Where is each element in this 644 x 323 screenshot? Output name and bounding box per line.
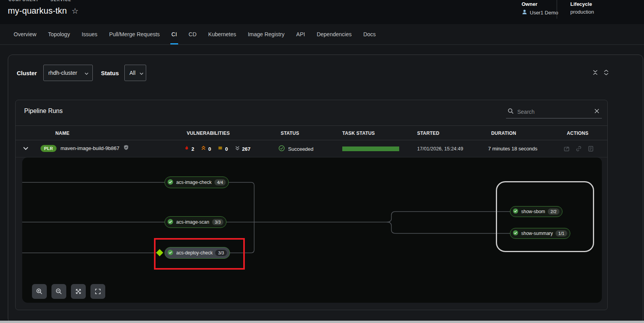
lifecycle-value: production: [570, 9, 594, 15]
breadcrumb: COMPONENT SERVICE: [9, 0, 71, 2]
task-node-show-summary[interactable]: show-summary 1/1: [510, 228, 570, 239]
clear-search-icon[interactable]: [593, 108, 600, 116]
lifecycle-label: Lifecycle: [570, 1, 594, 7]
low-severity-icon: [235, 145, 240, 152]
duration-cell: 7 minutes 18 seconds: [488, 146, 537, 152]
task-node-acs-image-scan[interactable]: acs-image-scan 3/3: [165, 216, 226, 228]
chevron-down-icon: [140, 70, 143, 76]
zoom-out-icon[interactable]: [51, 284, 66, 299]
status-filter-label: Status: [101, 70, 119, 76]
view-logs-icon[interactable]: [587, 145, 594, 153]
graph-toolbar: [32, 284, 105, 299]
important-severity: 0: [201, 145, 211, 152]
status-select-value: All: [129, 70, 136, 76]
run-name-cell: PLR maven-image-build-9b867: [41, 145, 129, 152]
tab-image-registry[interactable]: Image Registry: [242, 24, 290, 44]
pipeline-run-link[interactable]: maven-image-build-9b867: [60, 145, 119, 151]
critical-severity-icon: [184, 145, 189, 152]
col-task-status: TASK STATUS: [342, 131, 375, 136]
favorite-star-icon[interactable]: ☆: [72, 7, 79, 15]
vulnerabilities-cell: 2 0 0: [184, 145, 250, 152]
lifecycle-block: Lifecycle production: [570, 1, 594, 15]
breadcrumb-type: SERVICE: [51, 0, 72, 2]
col-name: NAME: [55, 131, 69, 136]
signed-shield-icon: [123, 145, 129, 152]
row-actions: [563, 145, 594, 153]
status-select[interactable]: All: [124, 65, 146, 81]
col-duration: DURATION: [491, 131, 516, 136]
task-node-stat: 3/3: [212, 219, 223, 225]
fit-to-screen-icon[interactable]: [90, 284, 105, 299]
view-output-icon[interactable]: [563, 145, 570, 153]
zoom-in-icon[interactable]: [32, 284, 47, 299]
search-input[interactable]: [517, 109, 590, 115]
cluster-filter-label: Cluster: [17, 70, 37, 76]
row-expand-chevron-icon[interactable]: [22, 145, 30, 153]
task-success-icon: [167, 179, 173, 186]
task-node-acs-deploy-check[interactable]: acs-deploy-check 3/3: [165, 247, 230, 259]
tab-ci[interactable]: CI: [166, 24, 183, 44]
critical-severity: 2: [184, 145, 194, 152]
task-node-stat: 4/4: [214, 179, 226, 185]
task-success-icon: [513, 208, 518, 215]
ci-panel: Cluster rhdh-cluster Status All Pipeline…: [8, 55, 643, 323]
tab-docs[interactable]: Docs: [357, 24, 382, 44]
app-root: COMPONENT SERVICE my-quarkus-tkn ☆ Owner…: [0, 0, 644, 323]
table-row: PLR maven-image-build-9b867 2: [16, 140, 607, 157]
low-severity: 267: [235, 145, 251, 152]
pipeline-visualization[interactable]: acs-image-check 4/4 acs-image-scan 3/3 a…: [22, 157, 602, 303]
task-node-label: show-summary: [521, 231, 553, 236]
task-node-stat: 1/1: [556, 230, 567, 237]
task-node-label: acs-image-scan: [176, 219, 209, 225]
tab-pull-merge-requests[interactable]: Pull/Merge Requests: [103, 24, 166, 44]
succeeded-icon: [278, 145, 285, 153]
col-status: STATUS: [281, 131, 299, 136]
pipeline-runs-title: Pipeline Runs: [24, 108, 63, 115]
tab-kubernetes[interactable]: Kubernetes: [202, 24, 242, 44]
col-vulnerabilities: VULNERABILITIES: [187, 131, 230, 136]
owner-label: Owner: [522, 1, 558, 7]
status-text: Succeeded: [288, 146, 313, 152]
task-node-stat: 2/2: [548, 208, 559, 215]
started-cell: 17/01/2026, 15:24:49: [417, 146, 463, 152]
tab-topology[interactable]: Topology: [42, 24, 76, 44]
status-cell: Succeeded: [278, 145, 313, 153]
tab-api[interactable]: API: [290, 24, 311, 44]
tab-cd[interactable]: CD: [183, 24, 202, 44]
link-icon[interactable]: [575, 145, 582, 153]
chevron-down-icon: [85, 70, 88, 76]
cluster-select-value: rhdh-cluster: [48, 70, 77, 76]
tab-overview[interactable]: Overview: [8, 24, 42, 44]
task-node-label: acs-image-check: [176, 180, 212, 185]
col-actions: ACTIONS: [567, 131, 588, 136]
search-icon: [508, 108, 514, 116]
user-icon: [522, 9, 527, 16]
breadcrumb-kind: COMPONENT: [9, 0, 39, 2]
task-node-label: acs-deploy-check: [176, 250, 212, 256]
owner-value[interactable]: User1 Demo: [530, 10, 558, 16]
task-status-bar: [342, 146, 399, 151]
moderate-severity-icon: [218, 145, 223, 152]
expand-all-icon[interactable]: [602, 69, 610, 77]
pipeline-runs-card: Pipeline Runs NAME VULNERABILITIES STATU…: [15, 100, 608, 310]
search-box: [506, 105, 602, 118]
moderate-severity: 0: [218, 145, 228, 152]
page-bottom-edge: [0, 321, 644, 323]
important-severity-icon: [201, 145, 206, 152]
col-started: STARTED: [417, 131, 439, 136]
task-success-icon: [167, 219, 173, 226]
tab-issues[interactable]: Issues: [76, 24, 103, 44]
table-header: NAME VULNERABILITIES STATUS TASK STATUS …: [16, 125, 607, 140]
task-node-acs-image-check[interactable]: acs-image-check 4/4: [165, 177, 229, 188]
task-node-show-sbom[interactable]: show-sbom 2/2: [510, 206, 563, 217]
plr-badge: PLR: [41, 145, 57, 152]
task-success-icon: [513, 230, 518, 237]
tab-dependencies[interactable]: Dependencies: [311, 24, 357, 44]
entity-header: COMPONENT SERVICE my-quarkus-tkn ☆ Owner…: [0, 0, 644, 24]
expand-arrows-icon[interactable]: [71, 284, 86, 299]
task-node-stat: 3/3: [215, 250, 226, 256]
header-divider: [557, 0, 557, 19]
collapse-all-icon[interactable]: [591, 69, 599, 77]
cluster-select[interactable]: rhdh-cluster: [43, 65, 93, 81]
entity-tabbar: Overview Topology Issues Pull/Merge Requ…: [0, 24, 644, 45]
